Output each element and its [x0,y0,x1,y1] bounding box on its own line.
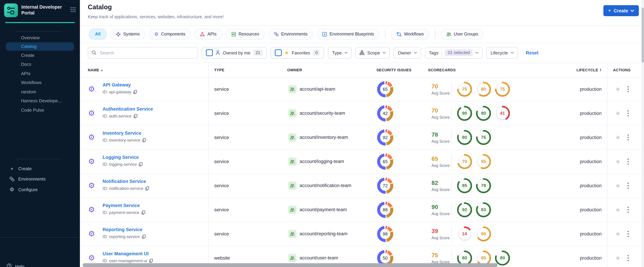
search-input[interactable] [99,50,194,56]
owner-name[interactable]: account/user-team [300,255,338,260]
owner-name[interactable]: account/api-team [300,86,335,92]
tab-user-groups[interactable]: User Groups [441,28,484,40]
row-menu-button[interactable] [628,158,629,164]
entity-name-link[interactable]: Notification Service [103,179,146,184]
scorecard-ring[interactable]: 75 [457,82,472,97]
tab-systems[interactable]: Systems [110,28,145,40]
entity-name-link[interactable]: Reporting Service [103,227,142,232]
horizontal-scrollbar[interactable] [83,263,498,267]
sidebar-configure-button[interactable]: ⚙ Configure [0,184,80,195]
scorecard-ring[interactable]: 60 [476,82,491,97]
copy-icon[interactable] [134,90,137,94]
owner-name[interactable]: account/security-team [300,110,345,116]
lifecycle-filter-dropdown[interactable]: Lifecycle [486,47,518,58]
favorite-star-button[interactable]: ★ [615,254,620,262]
sidebar-item[interactable]: Create [0,51,80,60]
favorite-star-button[interactable]: ★ [615,85,620,93]
row-menu-button[interactable] [628,134,629,140]
tab-environment-blueprints[interactable]: A Environment Blueprints [316,28,380,40]
entity-name-link[interactable]: Authentication Service [103,106,153,112]
reset-filters-link[interactable]: Reset [526,50,538,55]
entity-name-link[interactable]: Payment Service [103,203,140,208]
sidebar-item[interactable]: Code Pulse [0,106,80,114]
favorite-star-button[interactable]: ★ [615,206,620,214]
row-menu-button[interactable] [628,86,629,92]
entity-name-link[interactable]: User Management UI [103,251,148,256]
sidebar-item[interactable]: Docs [0,60,80,69]
favorite-star-button[interactable]: ★ [615,182,620,189]
favorite-star-button[interactable]: ★ [615,134,620,141]
copy-icon[interactable] [145,186,149,190]
owner-name[interactable]: account/logging-team [300,159,344,164]
entity-name-link[interactable]: API Gateway [103,82,131,88]
scorecard-ring[interactable]: 80 [495,250,510,266]
column-header-name[interactable]: NAME▲ [88,68,103,72]
sidebar-environments-button[interactable]: Environments [0,174,80,184]
favorites-filter[interactable]: ★ Favorites 0 [270,47,324,58]
sidebar-create-button[interactable]: + Create [0,163,80,174]
owned-by-me-checkbox[interactable] [206,49,213,56]
owner-name[interactable]: account/reporting-team [300,231,348,236]
scorecard-ring[interactable]: 55 [476,154,491,169]
row-menu-button[interactable] [628,255,629,261]
scorecard-ring[interactable]: 76 [476,130,491,145]
tab-apis[interactable]: APIs [194,28,222,40]
scorecard-ring[interactable]: 41 [495,106,510,121]
scorecard-ring[interactable]: 70 [457,154,472,169]
copy-icon[interactable] [142,138,146,142]
scorecard-rings: 75 60 75 [457,82,510,97]
scope-filter-dropdown[interactable]: Scope [356,47,390,58]
scorecard-ring[interactable]: 85 [457,178,472,193]
tab-resources[interactable]: Resources [226,28,265,40]
sidebar-item[interactable]: Overview [0,33,80,42]
copy-icon[interactable] [139,162,143,166]
scorecard-ring[interactable]: 14 [457,226,472,241]
entity-name-link[interactable]: Inventory Service [103,130,141,136]
owner-name[interactable]: account/payment-team [300,207,347,212]
favorite-star-button[interactable]: ★ [615,158,620,165]
copy-icon[interactable] [134,114,138,118]
copy-icon[interactable] [149,259,153,263]
sidebar-item[interactable]: Harness Develope... [0,96,80,106]
scorecard-ring[interactable]: 92 [457,202,472,217]
row-menu-button[interactable] [628,182,629,188]
vertical-scrollbar[interactable] [641,0,644,267]
sidebar-item[interactable]: Catalog [6,42,74,51]
scorecard-ring[interactable]: 80 [476,106,491,121]
sidebar-help-button[interactable]: Help [0,261,80,267]
scorecard-ring-value: 55 [478,156,489,167]
owner-name[interactable]: account/notification-team [300,183,351,188]
create-button[interactable]: + Create [603,5,639,16]
type-filter-dropdown[interactable]: Type [328,47,352,58]
copy-icon[interactable] [141,210,145,215]
scorecard-ring[interactable]: 80 [457,130,472,145]
scorecard-ring[interactable]: 75 [495,82,510,97]
row-menu-button[interactable] [628,206,629,213]
apps-grid-icon[interactable] [70,7,76,14]
copy-icon[interactable] [142,234,146,239]
column-header-lifecycle[interactable]: LIFECYCLE ▲▼ [576,68,602,72]
tab-components[interactable]: ⚙ Components [149,28,191,40]
owner-name[interactable]: account/inventory-team [300,135,348,140]
tab-workflows[interactable]: Workflows [391,28,429,40]
tab-all[interactable]: All [89,28,107,40]
row-menu-button[interactable] [628,231,629,237]
entity-name-link[interactable]: Logging Service [103,155,139,160]
favorite-star-button[interactable]: ★ [615,230,620,238]
vertical-scrollbar-thumb[interactable] [642,8,644,63]
scorecard-ring[interactable]: 83 [476,202,491,217]
sidebar-item[interactable]: Workflows [0,78,80,87]
sidebar-item[interactable]: random [0,87,80,96]
tab-environments[interactable]: Environments [268,28,313,40]
scorecard-ring[interactable]: 90 [457,106,472,121]
favorites-checkbox[interactable] [275,49,282,56]
owner-filter-dropdown[interactable]: Owner [394,47,421,58]
owned-by-me-filter[interactable]: Owned by me 21 [202,47,267,58]
search-box[interactable] [88,47,198,58]
scorecard-ring[interactable]: 78 [476,178,491,193]
sidebar-item[interactable]: APIs [0,69,80,78]
favorite-star-button[interactable]: ★ [615,110,620,117]
tags-filter-dropdown[interactable]: Tags | 01 selected [425,47,483,58]
row-menu-button[interactable] [628,110,629,116]
scorecard-ring[interactable]: 65 [476,226,491,241]
